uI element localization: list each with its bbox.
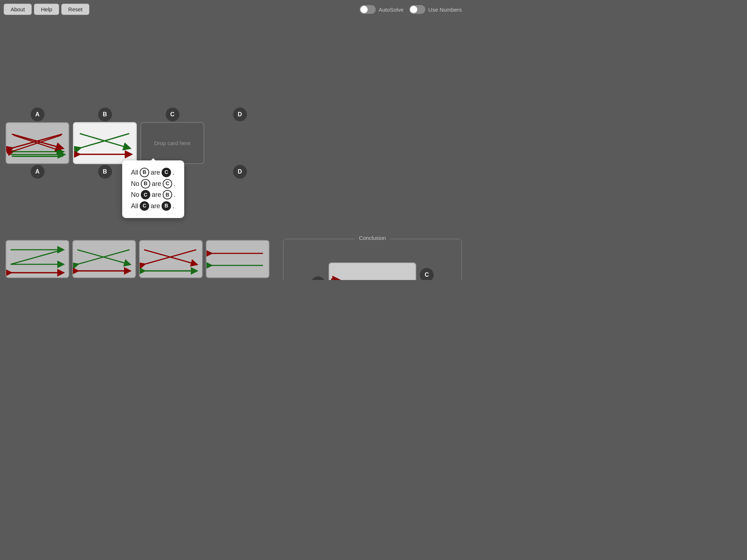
- use-numbers-label: Use Numbers: [428, 7, 462, 13]
- use-numbers-knob: [410, 6, 417, 13]
- tooltip-line-3: No C are B .: [131, 189, 175, 201]
- grid-card-2-svg: [73, 241, 136, 278]
- grid-card-1-svg: [6, 241, 69, 278]
- conclusion-circle-top-right: C: [420, 268, 434, 280]
- grid-card-2[interactable]: [72, 240, 136, 278]
- slot-a-bottom-label: A: [31, 165, 44, 179]
- about-button[interactable]: About: [4, 4, 32, 15]
- conclusion-circle-top-left: A: [311, 276, 325, 280]
- grid-card-3-svg: [140, 241, 203, 278]
- autosolve-label: AutoSolve: [379, 7, 403, 13]
- slot-d-group: D D: [208, 108, 272, 179]
- tooltip-line3-no: No: [131, 189, 139, 201]
- slot-d-top-label: D: [233, 108, 247, 121]
- autosolve-toggle-group: AutoSolve: [360, 5, 403, 14]
- tooltip-line3-are: are: [152, 189, 161, 201]
- top-bar: About Help Reset: [4, 4, 89, 15]
- tooltip-line1-are: are: [151, 167, 160, 178]
- slot-b-bottom-label: B: [98, 165, 112, 179]
- conclusion-left-circles: A A: [311, 276, 325, 280]
- tooltip-line-1: All B are C .: [131, 167, 175, 178]
- conclusion-card-arrows: [329, 263, 416, 280]
- help-button[interactable]: Help: [34, 4, 59, 15]
- tooltip-line4-all: All: [131, 201, 138, 212]
- grid-card-4[interactable]: [206, 240, 270, 278]
- slot-d-bottom-label: D: [233, 165, 247, 179]
- conclusion-inner: A A: [287, 243, 458, 280]
- svg-line-25: [11, 250, 63, 264]
- tooltip-line1-all: All: [131, 167, 138, 178]
- conclusion-panel: Conclusion A A: [283, 239, 462, 280]
- tooltip-line1-b: B: [140, 168, 149, 177]
- slot-c-top-label: C: [166, 108, 179, 121]
- reset-button[interactable]: Reset: [61, 4, 89, 15]
- use-numbers-toggle[interactable]: [409, 5, 425, 14]
- grid-card-3[interactable]: [139, 240, 203, 278]
- grid-card-4-svg: [206, 241, 270, 278]
- conclusion-right-area: C ? C: [420, 268, 434, 280]
- slot-a-top-label: A: [31, 108, 44, 121]
- slot-a-group: A: [5, 108, 69, 179]
- autosolve-toggle[interactable]: [360, 5, 376, 14]
- autosolve-knob: [360, 6, 368, 13]
- tooltip-line1-dot: .: [173, 167, 174, 178]
- tooltip-line2-b: B: [141, 179, 150, 188]
- tooltip-line2-no: No: [131, 178, 139, 190]
- tooltip-line3-c: C: [141, 190, 150, 199]
- use-numbers-toggle-group: Use Numbers: [409, 5, 462, 14]
- grid-card-1[interactable]: [5, 240, 69, 278]
- card-a-arrows: [6, 123, 69, 163]
- card-b-arrows: [74, 123, 136, 163]
- tooltip-line2-dot: .: [174, 178, 175, 190]
- slot-d-empty: [208, 122, 272, 164]
- card-grid: [5, 240, 270, 280]
- conclusion-title: Conclusion: [355, 235, 390, 241]
- tooltip-line-4: All C are B .: [131, 201, 175, 212]
- tooltip-line3-dot: .: [174, 189, 175, 201]
- tooltip-line4-dot: .: [173, 201, 174, 212]
- tooltip-line1-c: C: [162, 168, 171, 177]
- slot-b-top-label: B: [98, 108, 112, 121]
- tooltip-line3-b: B: [163, 190, 172, 199]
- tooltip-line4-c: C: [140, 201, 149, 211]
- drop-card-text: Drop card here: [154, 140, 190, 146]
- tooltip-popup: All B are C . No B are C . No C are B . …: [122, 160, 184, 218]
- tooltip-line2-are: are: [152, 178, 161, 190]
- tooltip-line4-are: are: [151, 201, 160, 212]
- tooltip-line4-b: B: [162, 201, 171, 211]
- tooltip-line2-c: C: [163, 179, 172, 188]
- conclusion-card[interactable]: [329, 262, 416, 280]
- card-b[interactable]: [73, 122, 137, 164]
- tooltip-line-2: No B are C .: [131, 178, 175, 190]
- card-a[interactable]: [5, 122, 69, 164]
- top-right-controls: AutoSolve Use Numbers: [360, 5, 462, 14]
